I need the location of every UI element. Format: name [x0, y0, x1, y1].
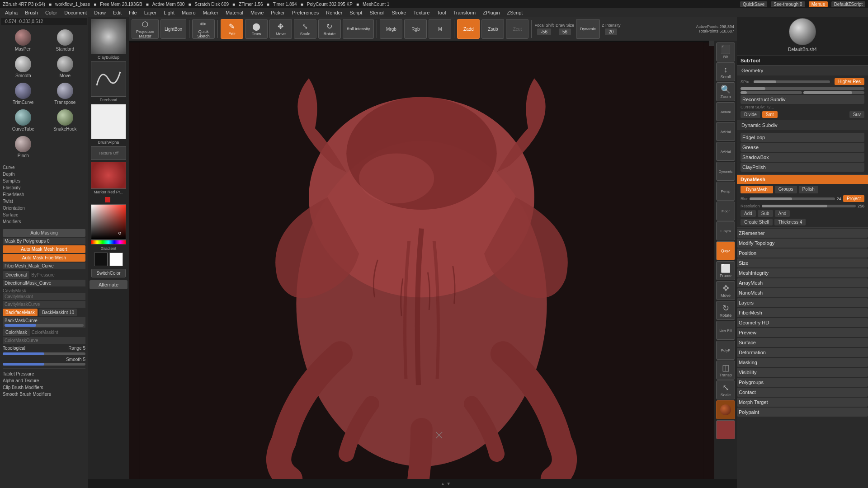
mesh-integrity-item[interactable]: MeshIntegrity [737, 268, 868, 277]
masking-item[interactable]: Masking [737, 358, 868, 367]
m-btn[interactable]: M [429, 19, 451, 39]
position-item[interactable]: Position [737, 249, 868, 258]
brush-pinch[interactable]: Pinch [3, 134, 44, 160]
tool-actual[interactable]: Actual [716, 102, 735, 121]
menu-edit[interactable]: Edit [110, 9, 125, 16]
menu-alpha[interactable]: Alpha [2, 9, 21, 16]
project-btn[interactable]: Project [843, 195, 864, 202]
texture-off-preview[interactable]: Texture Off [91, 146, 126, 160]
menu-zscript[interactable]: ZScript [504, 9, 526, 16]
tool-frame[interactable]: ⬜ Frame [716, 261, 735, 280]
deformation-item[interactable]: Deformation [737, 348, 868, 357]
sub-btn[interactable]: Sub [758, 210, 773, 217]
menu-layer[interactable]: Layer [141, 9, 160, 16]
thickness-btn[interactable]: Thickness 4 [774, 219, 806, 225]
backmask-int[interactable]: BackMaskInt 10 [39, 309, 77, 316]
default-zscript-btn[interactable]: DefaultZScript [831, 1, 865, 7]
zadd-btn[interactable]: Zadd [457, 19, 480, 39]
alternate-btn[interactable]: Alternate [90, 280, 127, 289]
claypolish-btn[interactable]: ClayPolish [741, 163, 864, 172]
polygroups-item[interactable]: Polygroups [737, 378, 868, 387]
smooth-brush-btn[interactable]: Smooth Brush Modifiers [3, 391, 85, 398]
tool-zoom[interactable]: 🔍 Zoom [716, 82, 735, 101]
swatch-white[interactable] [109, 253, 123, 266]
menu-movie[interactable]: Movie [247, 9, 267, 16]
color-picker[interactable] [91, 204, 126, 244]
menu-marker[interactable]: Marker [200, 9, 222, 16]
reconstruct-subdiv-btn[interactable]: Reconstruct Subdiv [741, 95, 864, 104]
zsub-btn[interactable]: Zsub [481, 19, 504, 39]
tool-material-ball[interactable] [716, 400, 735, 419]
rgb-btn[interactable]: Rgb [404, 19, 427, 39]
groups-btn[interactable]: Groups [775, 186, 797, 193]
topological-btn[interactable]: Topological [3, 346, 25, 351]
auto-masking-header[interactable]: Auto Masking [3, 229, 85, 237]
auto-mask-mesh-insert-btn[interactable]: Auto Mask Mesh Insert [3, 245, 85, 253]
suv-btn[interactable]: Suv [849, 111, 864, 118]
menu-stroke[interactable]: Stroke [388, 9, 409, 16]
tool-floor[interactable]: Floor [716, 202, 735, 221]
shadowbox-btn[interactable]: ShadowBox [741, 153, 864, 162]
prop-samples[interactable]: Samples [3, 178, 20, 183]
freehand-preview[interactable]: Freehand [91, 61, 126, 102]
tool-aahal[interactable]: AAHal [716, 122, 735, 141]
brush-transpose[interactable]: Transpose [45, 81, 86, 107]
prop-surface[interactable]: Surface [3, 212, 18, 217]
edit-btn[interactable]: ✎ Edit [221, 19, 243, 39]
menu-draw[interactable]: Draw [91, 9, 109, 16]
menu-picker[interactable]: Picker [268, 9, 288, 16]
alpha-texture-btn[interactable]: Alpha and Texture [3, 377, 85, 384]
rotate-btn[interactable]: ↻ Rotate [318, 19, 341, 39]
backface-mask-btn[interactable]: BackfaceMask [3, 309, 38, 316]
tool-aahalf2[interactable]: AAHal [716, 142, 735, 161]
create-shell-btn[interactable]: Create Shell [741, 219, 773, 225]
and-btn[interactable]: And [775, 210, 790, 217]
menu-brush[interactable]: Brush [22, 9, 41, 16]
directional-btn[interactable]: Directional [3, 271, 29, 279]
surface-item[interactable]: Surface [737, 338, 868, 347]
geometry-header[interactable]: Geometry [737, 66, 868, 75]
menu-zplugin[interactable]: ZPlugin [480, 9, 503, 16]
tool-rotate2[interactable]: ↻ Rotate [716, 301, 735, 320]
prop-orientation[interactable]: Orientation [3, 206, 25, 211]
mrgb-btn[interactable]: Mrgb [380, 19, 402, 39]
tool-xyz[interactable]: Qxyz [716, 241, 735, 260]
color-mask-label[interactable]: ColorMask [3, 328, 30, 336]
menu-document[interactable]: Document [61, 9, 90, 16]
add-btn[interactable]: Add [741, 210, 756, 217]
quicksave-btn[interactable]: QuickSave [740, 1, 767, 7]
auto-mask-fibermesh-btn[interactable]: Auto Mask FiberMesh [3, 254, 85, 262]
smt-btn[interactable]: Smt [762, 111, 778, 118]
menus-btn[interactable]: Menus [809, 1, 828, 7]
prop-depth[interactable]: Depth [3, 172, 15, 177]
dynamic-subdiv-header[interactable]: Dynamic Subdiv [737, 120, 868, 130]
brush-standard[interactable]: Standard [45, 28, 86, 53]
subtool-panel[interactable]: Geometry SPix Higher Res Reconstruct Sub… [737, 66, 868, 488]
move-btn[interactable]: ✥ Move [269, 19, 292, 39]
see-through-btn[interactable]: See-through 0 [771, 1, 805, 7]
brushalpha-preview[interactable]: BrushAlpha [91, 104, 126, 145]
tool-line-fill[interactable]: Line Fill [716, 321, 735, 340]
brush-smooth[interactable]: Smooth [3, 54, 44, 80]
layers-item[interactable]: Layers [737, 298, 868, 307]
tool-color2[interactable] [716, 420, 735, 439]
brush-snakehook[interactable]: SnakeHook [45, 108, 86, 133]
geometry-hd-item[interactable]: Geometry HD [737, 318, 868, 327]
prop-curve[interactable]: Curve [3, 165, 15, 170]
menu-file[interactable]: File [126, 9, 140, 16]
prop-twist[interactable]: Twist [3, 199, 13, 204]
menu-render[interactable]: Render [323, 9, 345, 16]
canvas-area[interactable] [129, 41, 714, 479]
brush-trimcurve[interactable]: TrimCurve [3, 81, 44, 107]
projection-master-btn[interactable]: ⬡ Projection Master [132, 19, 159, 39]
tool-scale2[interactable]: ⤡ Scale [716, 380, 735, 399]
mask-by-polygroups[interactable]: Mask By Polygroups 0 [5, 239, 50, 244]
contact-item[interactable]: Contact [737, 388, 868, 397]
switchcolor-btn[interactable]: SwitchColor [91, 269, 125, 277]
prop-elasticity[interactable]: Elasticity [3, 185, 20, 190]
lightbox-btn[interactable]: LightBox [160, 19, 186, 39]
range-value[interactable]: Range 5 [68, 346, 85, 351]
divide-btn[interactable]: Divide [741, 111, 760, 118]
dynamesh-btn[interactable]: DynaMesh [741, 186, 773, 193]
brush-maspen[interactable]: MasPen [3, 28, 44, 53]
